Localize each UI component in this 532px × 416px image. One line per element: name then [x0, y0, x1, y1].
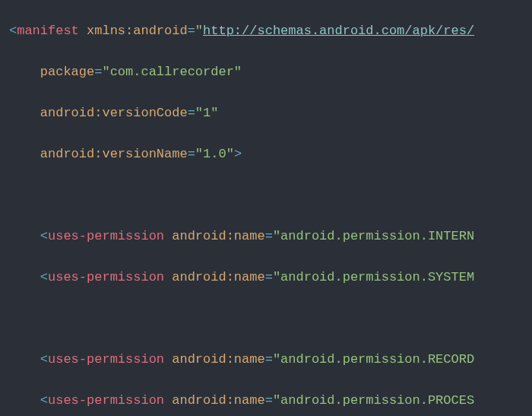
attr-value: "1.0"	[195, 147, 234, 161]
code-line-1[interactable]: <manifest xmlns:android="http://schemas.…	[0, 21, 532, 41]
attr-value: "android.permission.RECORD	[273, 352, 474, 367]
attr-name: android:name	[172, 270, 264, 284]
attr-value: "android.permission.INTERN	[273, 229, 474, 243]
attr-value: "1"	[195, 106, 219, 120]
code-editor[interactable]: <manifest xmlns:android="http://schemas.…	[0, 0, 532, 416]
code-line-10[interactable]: <uses-permission android:name="android.p…	[0, 390, 532, 411]
code-line-blank[interactable]	[0, 308, 532, 329]
angle-open: <	[40, 352, 48, 367]
tag-name: uses-permission	[48, 229, 164, 243]
attr-name: android:name	[172, 393, 264, 408]
namespace-url[interactable]: http://schemas.android.com/apk/res/	[203, 24, 474, 38]
angle-open: <	[40, 270, 48, 284]
attr-value: "android.permission.SYSTEM	[273, 270, 474, 284]
angle-open: <	[9, 24, 17, 38]
code-line-3[interactable]: android:versionCode="1"	[0, 103, 532, 123]
code-line-7[interactable]: <uses-permission android:name="android.p…	[0, 267, 532, 287]
tag-name: uses-permission	[48, 352, 164, 367]
code-line-9[interactable]: <uses-permission android:name="android.p…	[0, 349, 532, 370]
attr-name: android:versionCode	[40, 106, 188, 120]
code-line-4[interactable]: android:versionName="1.0">	[0, 144, 532, 164]
attr-value: "com.callrecorder"	[102, 65, 242, 79]
angle-open: <	[40, 393, 48, 408]
code-line-6[interactable]: <uses-permission android:name="android.p…	[0, 226, 532, 246]
angle-close: >	[234, 147, 242, 161]
angle-open: <	[40, 229, 48, 243]
attr-value: "android.permission.PROCES	[273, 393, 474, 408]
attr-name: xmlns:android	[87, 24, 188, 38]
attr-name: android:name	[172, 229, 264, 243]
tag-name: manifest	[17, 24, 79, 38]
code-line-blank[interactable]	[0, 185, 532, 205]
tag-name: uses-permission	[48, 393, 164, 408]
attr-name: android:name	[172, 352, 264, 367]
code-line-2[interactable]: package="com.callrecorder"	[0, 62, 532, 82]
attr-name: package	[40, 65, 94, 79]
attr-name: android:versionName	[40, 147, 188, 161]
tag-name: uses-permission	[48, 270, 164, 284]
